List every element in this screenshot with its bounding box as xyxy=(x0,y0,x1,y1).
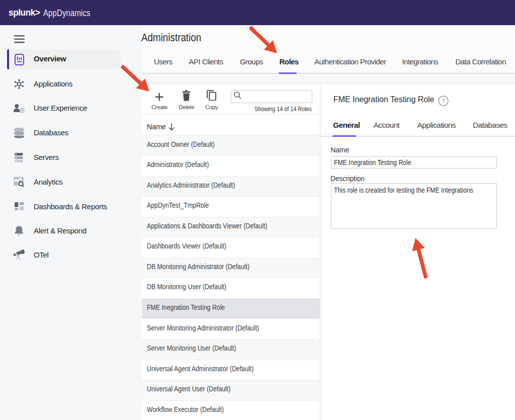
svg-text:?: ? xyxy=(442,98,445,105)
